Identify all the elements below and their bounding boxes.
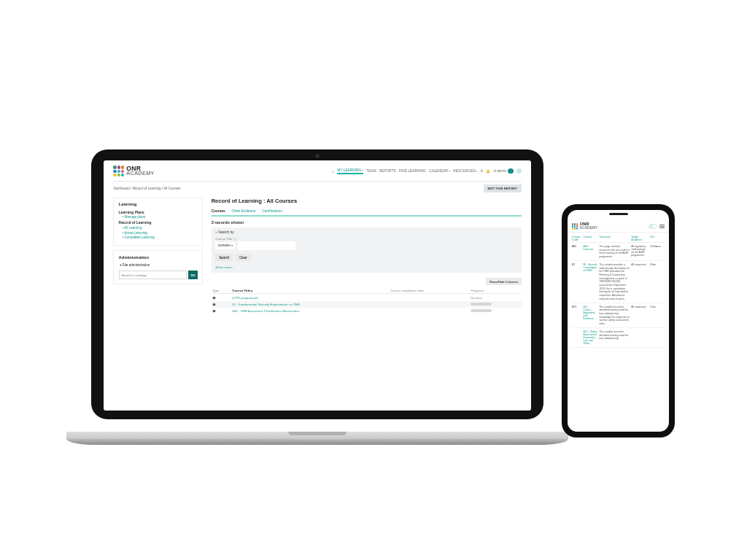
cell-duration: 2.0 hours (649, 245, 665, 259)
sidebar-learning-title: Learning (119, 202, 198, 206)
course-link[interactable]: 01 - Fundamental Security Expectations i… (232, 303, 300, 306)
cell-audience: All inspectors (630, 263, 649, 300)
table-row: (CPD programme) No criteria (212, 294, 522, 301)
progress-text: No criteria (471, 297, 481, 300)
nav-reports[interactable]: REPORTS (379, 169, 396, 173)
edit-report-button[interactable]: EDIT THIS REPORT (484, 184, 522, 192)
search-panel: Search by Course Title contains Search C… (212, 228, 522, 273)
topbar: ONR ACADEMY MY LEARNING TEAM REPORTS FIN… (113, 166, 521, 182)
course-link[interactable]: 064 - ONR Assurance Practitioners Master… (232, 309, 299, 313)
sidebar-item-active-learning[interactable]: Active Learning (123, 231, 198, 235)
table-row: 01 - Fundamental Security Expectations i… (212, 301, 522, 308)
pth-course[interactable]: Course (583, 236, 599, 241)
cell-summary: This module has been identified training… (598, 330, 630, 345)
search-operator-select[interactable]: contains (215, 242, 235, 249)
info-icon[interactable] (232, 237, 236, 241)
course-type-icon (212, 303, 216, 306)
sidebar-item-completed-learning[interactable]: Completed Learning (123, 236, 198, 239)
nav-find-learning[interactable]: FIND LEARNING (399, 169, 426, 173)
main-nav: MY LEARNING TEAM REPORTS FIND LEARNING C… (332, 168, 522, 174)
th-type[interactable]: Type (212, 287, 231, 294)
main-content: Record of Learning : All Courses Courses… (212, 198, 522, 315)
clear-button[interactable]: Clear (236, 254, 251, 261)
brand-logo[interactable]: ONR ACADEMY (113, 166, 154, 177)
nav-team[interactable]: TEAM (366, 169, 376, 173)
progress-bar (471, 303, 491, 306)
course-type-icon (212, 296, 216, 300)
th-completion-date[interactable]: Course completion date (390, 287, 470, 294)
phone-row: B11 B11 - Claims, Arguments and Evidence… (571, 303, 665, 328)
sidebar-admin-expand[interactable]: Site administration (119, 263, 198, 267)
pth-summary[interactable]: Summary (598, 236, 630, 241)
phone-course-table: Course Code Course Summary Target Audien… (568, 233, 669, 350)
user-menu[interactable]: sl admin (493, 168, 513, 174)
nav-extra[interactable]: A (481, 169, 483, 173)
pth-code[interactable]: Course Code (571, 236, 582, 241)
cell-course-link[interactable]: B12 - Safety Assessment Essentials – Law… (584, 330, 597, 345)
sidebar-plans-title: Learning Plans (119, 211, 198, 214)
cell-course-link[interactable]: B1 - How do I investigate at ONR (584, 263, 597, 272)
cell-code: A05 (571, 245, 582, 259)
th-progress[interactable]: Progress (470, 287, 521, 294)
sidebar-learning: Learning Learning Plans Manage plans Rec… (113, 198, 203, 246)
toggle-columns-button[interactable]: Show/Hide Columns (486, 278, 521, 285)
records-table: Type Course Title Course completion date… (212, 287, 522, 315)
avatar-icon (508, 168, 514, 174)
cell-summary: This page contains resources that are us… (598, 245, 630, 259)
cell-course-link[interactable]: B11 - Claims, Arguments and Evidence (584, 306, 596, 320)
progress-bar (471, 309, 491, 312)
laptop-bezel: ONR ACADEMY MY LEARNING TEAM REPORTS FIN… (91, 149, 543, 419)
course-link[interactable]: (CPD programme) (232, 296, 258, 300)
hamburger-icon[interactable] (659, 225, 665, 228)
laptop-screen: ONR ACADEMY MY LEARNING TEAM REPORTS FIN… (104, 160, 531, 411)
tab-other-evidence[interactable]: Other Evidence (232, 209, 256, 214)
nav-calendar[interactable]: CALENDAR (429, 169, 450, 173)
help-icon[interactable] (516, 168, 522, 174)
sidebar-item-all-learning[interactable]: All Learning (123, 226, 198, 230)
sidebar: Learning Learning Plans Manage plans Rec… (113, 198, 203, 315)
crumb-rol[interactable]: Record of Learning (133, 187, 161, 190)
cell-duration: 3 hrs (649, 263, 665, 300)
phone-row: B12 - Safety Assessment Essentials – Law… (571, 328, 665, 348)
cell-code (571, 330, 582, 345)
laptop-mockup: ONR ACADEMY MY LEARNING TEAM REPORTS FIN… (91, 149, 543, 445)
course-type-icon (212, 309, 216, 313)
cell-date (390, 301, 470, 308)
th-course-title[interactable]: Course Title (231, 287, 390, 294)
sidebar-item-manage-plans[interactable]: Manage plans (123, 215, 198, 219)
table-row: 064 - ONR Assurance Practitioners Master… (212, 308, 522, 314)
tabs: Courses Other Evidence Certifications (212, 209, 522, 216)
home-icon[interactable] (332, 169, 334, 174)
admin-search-input[interactable] (119, 271, 187, 279)
phone-row: A05 A05 - Induction This page contains r… (571, 243, 665, 261)
cell-duration: 1 hrs (649, 306, 665, 326)
crumb-dashboard[interactable]: Dashboard (113, 187, 129, 190)
phone-toggle[interactable] (649, 224, 657, 228)
sidebar-admin: Administration Site administration GO (113, 250, 203, 284)
cell-summary: This module has been identified training… (598, 306, 630, 326)
laptop-camera (315, 154, 320, 158)
search-panel-toggle[interactable]: Search by (215, 230, 517, 234)
show-more-link[interactable]: Show more... (215, 265, 517, 269)
pth-duration[interactable]: Dur (649, 236, 665, 241)
cell-audience: All inspectors (630, 306, 649, 326)
nav-resources[interactable]: RESOURCES (453, 169, 477, 173)
search-value-input[interactable] (238, 241, 295, 249)
tab-certifications[interactable]: Certifications (262, 209, 282, 214)
cell-date (390, 308, 470, 314)
nav-my-learning[interactable]: MY LEARNING (337, 168, 363, 174)
cell-audience (630, 330, 649, 345)
laptop-base (66, 432, 568, 445)
pth-audience[interactable]: Target Audience (630, 236, 649, 241)
brand-logo[interactable]: ONR ACADEMY (572, 222, 598, 230)
brand-line2: ACADEMY (580, 227, 598, 230)
cell-course-link[interactable]: A05 - Induction (584, 245, 594, 251)
search-button[interactable]: Search (215, 254, 233, 261)
logo-dots-icon (113, 166, 124, 176)
page-title: Record of Learning : All Courses (212, 198, 522, 204)
sidebar-admin-title: Administration (119, 255, 198, 260)
admin-search-go-button[interactable]: GO (188, 271, 198, 279)
logo-dots-icon (572, 223, 578, 229)
bell-icon[interactable] (486, 169, 490, 173)
tab-courses[interactable]: Courses (212, 209, 225, 214)
